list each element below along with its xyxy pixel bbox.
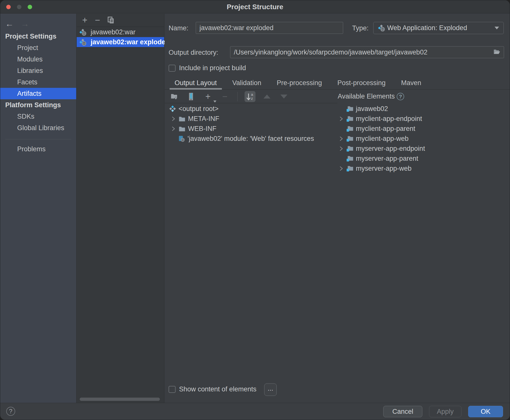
tab-maven[interactable]: Maven: [401, 76, 421, 90]
available-elements-tree: javaweb02 myclient-app-endpoint myclient…: [336, 104, 510, 173]
web-artifact-icon: [79, 39, 87, 46]
artifact-name-input[interactable]: [196, 22, 343, 34]
artifact-list-panel: + − javaweb02:war javaweb02:war exploded: [77, 14, 164, 403]
move-up-icon: [261, 91, 272, 102]
project-structure-dialog: Project Structure ← → Project Settings P…: [0, 0, 510, 420]
include-in-build-row: Include in project build: [169, 64, 246, 72]
chevron-right-icon[interactable]: [169, 126, 178, 131]
tab-validation[interactable]: Validation: [232, 76, 261, 90]
sidebar-item-modules[interactable]: Modules: [0, 53, 76, 65]
chevron-right-icon[interactable]: [336, 136, 346, 141]
create-directory-icon[interactable]: [169, 91, 180, 102]
web-artifact-icon: [378, 25, 385, 31]
sidebar-item-global-libraries[interactable]: Global Libraries: [0, 122, 76, 134]
include-in-build-label: Include in project build: [179, 64, 246, 72]
artifact-editor-panel: Name: Type: Web Application: Exploded Ou…: [165, 14, 510, 403]
zoom-window-icon[interactable]: [28, 5, 32, 9]
artifact-label: javaweb02:war exploded: [91, 38, 170, 46]
available-row-myserver-app-web[interactable]: myserver-app-web: [336, 163, 510, 173]
traffic-lights: [6, 5, 32, 9]
sidebar-item-artifacts[interactable]: Artifacts: [0, 88, 76, 99]
chevron-down-icon: [495, 27, 499, 29]
sidebar-item-sdks[interactable]: SDKs: [0, 111, 76, 122]
help-icon[interactable]: ?: [6, 407, 15, 416]
sidebar-section-platform-settings: Platform Settings: [0, 99, 76, 111]
tree-row-web-inf[interactable]: WEB-INF: [165, 124, 337, 134]
available-row-myserver-app-endpoint[interactable]: myserver-app-endpoint: [336, 144, 510, 154]
close-window-icon[interactable]: [6, 5, 11, 9]
show-content-label: Show content of elements: [179, 385, 256, 393]
sort-alphabetically-icon[interactable]: [245, 91, 255, 102]
folder-icon: [178, 116, 186, 122]
available-row-myserver-app-parent[interactable]: myserver-app-parent: [336, 154, 510, 163]
ok-button[interactable]: OK: [468, 406, 503, 417]
artifact-row-selected[interactable]: javaweb02:war exploded: [77, 37, 164, 47]
browse-folder-icon[interactable]: [494, 49, 500, 54]
show-content-checkbox[interactable]: [169, 386, 176, 393]
back-icon[interactable]: ←: [5, 19, 14, 29]
tree-row-output-root[interactable]: <output root>: [165, 104, 337, 114]
dialog-footer: ? Cancel Apply OK: [0, 403, 510, 420]
artifact-type-select[interactable]: Web Application: Exploded: [373, 22, 504, 34]
tab-output-layout[interactable]: Output Layout: [175, 76, 217, 90]
sidebar-section-project-settings: Project Settings: [0, 31, 76, 42]
module-icon: [346, 106, 354, 112]
sidebar-item-project[interactable]: Project: [0, 42, 76, 53]
artifact-list: javaweb02:war javaweb02:war exploded: [77, 27, 164, 47]
remove-element-icon: −: [219, 91, 230, 102]
toolbar-underline: [165, 103, 337, 103]
available-elements-header: Available Elements ?: [338, 90, 404, 103]
cancel-button[interactable]: Cancel: [383, 406, 422, 417]
sidebar-item-problems[interactable]: Problems: [0, 143, 76, 155]
tab-post-processing[interactable]: Post-processing: [337, 76, 386, 90]
available-row-javaweb02[interactable]: javaweb02: [336, 104, 510, 114]
include-in-build-checkbox[interactable]: [169, 65, 176, 72]
module-icon: [346, 165, 354, 171]
module-icon: [346, 116, 354, 122]
artifact-label: javaweb02:war: [91, 28, 135, 36]
artifact-list-toolbar: + −: [77, 14, 164, 27]
available-row-myclient-app-endpoint[interactable]: myclient-app-endpoint: [336, 114, 510, 124]
available-elements-title: Available Elements: [338, 93, 395, 100]
output-directory-input[interactable]: [230, 46, 504, 58]
horizontal-scrollbar[interactable]: [80, 398, 160, 401]
create-archive-icon[interactable]: [186, 91, 196, 102]
tree-row-meta-inf[interactable]: META-INF: [165, 114, 337, 124]
window-title: Project Structure: [0, 0, 510, 13]
name-label: Name:: [169, 22, 189, 34]
plus-icon: +: [205, 91, 210, 102]
available-row-myclient-app-parent[interactable]: myclient-app-parent: [336, 124, 510, 134]
sidebar-item-libraries[interactable]: Libraries: [0, 65, 76, 76]
add-artifact-icon[interactable]: +: [82, 16, 87, 25]
copy-artifact-icon[interactable]: [108, 17, 114, 24]
more-options-button[interactable]: ...: [264, 383, 277, 396]
titlebar: Project Structure: [0, 0, 510, 13]
help-icon[interactable]: ?: [397, 93, 404, 100]
tab-pre-processing[interactable]: Pre-processing: [277, 76, 322, 90]
settings-sidebar: ← → Project Settings Project Modules Lib…: [0, 14, 76, 403]
type-label: Type:: [352, 22, 369, 34]
sidebar-item-facets[interactable]: Facets: [0, 76, 76, 88]
artifact-tabs: Output Layout Validation Pre-processing …: [165, 76, 510, 90]
apply-button[interactable]: Apply: [429, 406, 461, 417]
module-icon: [346, 136, 354, 142]
artifact-root-icon: [169, 105, 177, 112]
chevron-right-icon[interactable]: [336, 116, 346, 121]
add-element-icon[interactable]: +: [202, 91, 213, 102]
chevron-right-icon[interactable]: [336, 146, 346, 151]
module-icon: [346, 126, 354, 132]
chevron-right-icon[interactable]: [169, 116, 178, 121]
move-down-icon: [278, 91, 289, 102]
artifact-row[interactable]: javaweb02:war: [77, 27, 164, 37]
tree-row-web-facet-resources[interactable]: 'javaweb02' module: 'Web' facet resource…: [165, 134, 337, 144]
chevron-right-icon[interactable]: [336, 166, 346, 171]
web-artifact-icon: [79, 29, 87, 36]
module-icon: [346, 146, 354, 152]
output-layout-tree: <output root> META-INF WEB-INF: [165, 104, 337, 144]
available-row-myclient-app-web[interactable]: myclient-app-web: [336, 134, 510, 144]
remove-artifact-icon[interactable]: −: [95, 16, 100, 25]
history-nav: ← →: [0, 17, 76, 31]
show-content-row: Show content of elements: [169, 385, 256, 393]
web-facet-icon: [178, 136, 186, 142]
minimize-window-icon[interactable]: [17, 5, 21, 9]
